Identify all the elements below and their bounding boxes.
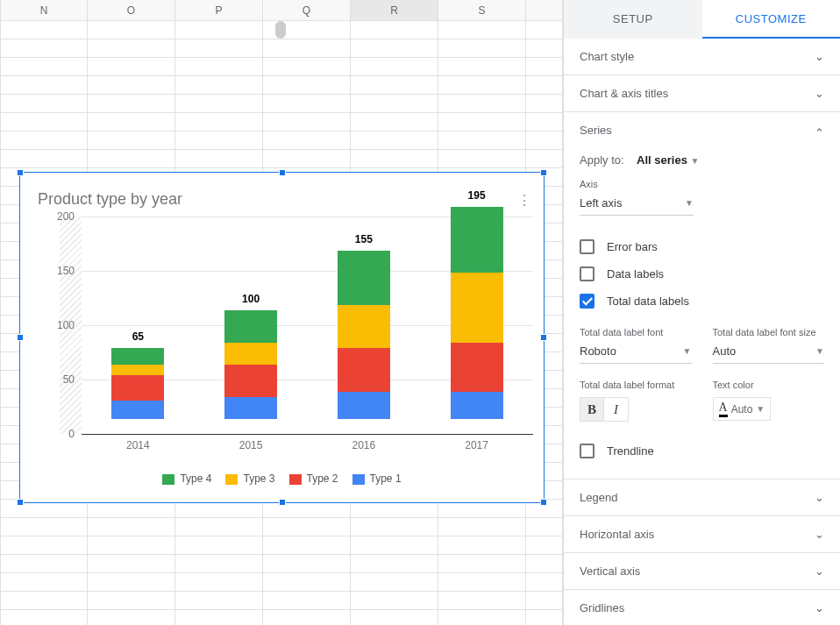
font-size-field: Total data label font size Auto ▼ — [713, 327, 825, 364]
dropdown-arrow-icon: ▼ — [815, 346, 824, 356]
column-header-O[interactable]: O — [88, 0, 175, 20]
chevron-down-icon: ⌄ — [815, 50, 824, 63]
bar-2017[interactable]: 195 — [451, 207, 503, 419]
y-axis-tick: 50 — [63, 373, 75, 386]
bar-segment-Type-3 — [111, 365, 164, 375]
resize-handle-tc[interactable] — [279, 169, 286, 176]
axis-field: Axis Left axis ▼ — [580, 179, 824, 216]
column-header-Q[interactable]: Q — [263, 0, 351, 20]
legend-item-Type-1[interactable]: Type 1 — [352, 472, 402, 485]
legend-item-Type-3[interactable]: Type 3 — [225, 472, 274, 485]
dropdown-arrow-icon: ▼ — [756, 404, 765, 414]
chevron-down-icon: ⌄ — [815, 601, 824, 614]
bar-segment-Type-3 — [451, 273, 503, 344]
font-dropdown[interactable]: Roboto ▼ — [580, 341, 692, 364]
axis-label: Axis — [580, 179, 824, 189]
total-data-label: 100 — [242, 293, 260, 305]
resize-handle-ml[interactable] — [17, 334, 24, 341]
tab-setup[interactable]: SETUP — [564, 0, 702, 39]
checkbox-checked-icon — [580, 294, 594, 309]
text-color-dropdown[interactable]: A Auto ▼ — [713, 397, 772, 421]
chart-title[interactable]: Product type by year — [29, 181, 535, 209]
section-horizontal-axis[interactable]: Horizontal axis ⌄ — [564, 516, 840, 553]
bar-segment-Type-2 — [224, 365, 277, 397]
tab-customize[interactable]: CUSTOMIZE — [702, 0, 841, 39]
section-label: Vertical axis — [580, 565, 640, 578]
chevron-up-icon: ⌃ — [815, 126, 824, 139]
section-label: Chart style — [580, 50, 634, 63]
section-chart-style[interactable]: Chart style ⌄ — [564, 39, 840, 75]
legend-swatch-icon — [352, 474, 365, 485]
format-field: Total data label format B I — [580, 380, 692, 422]
total-data-labels-check[interactable]: Total data labels — [580, 288, 824, 315]
chart-object[interactable]: Product type by year ⋮ 05010015020065100… — [19, 172, 545, 503]
section-vertical-axis[interactable]: Vertical axis ⌄ — [564, 553, 840, 590]
axis-dropdown[interactable]: Left axis ▼ — [580, 193, 694, 216]
chevron-down-icon: ⌄ — [815, 87, 824, 100]
section-gridlines[interactable]: Gridlines ⌄ — [564, 590, 840, 625]
column-header-N[interactable]: N — [0, 0, 88, 20]
y-axis-tick: 100 — [57, 319, 75, 331]
column-header-R[interactable]: R — [351, 0, 438, 20]
sidebar-tabs: SETUP CUSTOMIZE — [564, 0, 840, 39]
resize-handle-br[interactable] — [540, 499, 547, 506]
dropdown-arrow-icon: ▼ — [683, 346, 692, 356]
y-axis-tick: 150 — [57, 265, 75, 277]
section-label: Chart & axis titles — [580, 87, 668, 100]
legend-swatch-icon — [225, 474, 238, 485]
italic-button[interactable]: I — [604, 397, 629, 422]
section-chart-axis-titles[interactable]: Chart & axis titles ⌄ — [564, 75, 840, 112]
resize-handle-bc[interactable] — [279, 499, 286, 506]
bar-2014[interactable]: 65 — [111, 348, 164, 419]
section-label: Series — [580, 124, 612, 137]
bold-button[interactable]: B — [580, 397, 604, 422]
chart-canvas: Product type by year ⋮ 05010015020065100… — [29, 181, 535, 494]
resize-handle-bl[interactable] — [17, 499, 24, 506]
section-series-header[interactable]: Series ⌃ — [564, 112, 840, 148]
bar-segment-Type-2 — [111, 375, 164, 401]
trendline-check[interactable]: Trendline — [580, 437, 824, 465]
column-header-partial[interactable] — [526, 0, 563, 20]
section-label: Horizontal axis — [580, 528, 654, 541]
section-label: Legend — [580, 491, 617, 504]
x-axis-tick: 2016 — [352, 439, 376, 451]
y-axis-tick: 0 — [68, 428, 75, 440]
bar-2015[interactable]: 100 — [224, 310, 277, 419]
resize-handle-tl[interactable] — [17, 169, 24, 176]
apply-to-dropdown[interactable]: All series ▼ — [637, 153, 699, 167]
error-bars-check[interactable]: Error bars — [580, 233, 824, 260]
text-color-field: Text color A Auto ▼ — [713, 380, 825, 422]
x-axis-tick: 2014 — [126, 439, 150, 451]
legend-swatch-icon — [162, 474, 174, 485]
bar-2016[interactable]: 155 — [338, 251, 390, 419]
column-header-row: NOPQRS — [0, 0, 563, 21]
legend-item-Type-4[interactable]: Type 4 — [162, 472, 211, 485]
checkbox-icon — [580, 239, 594, 254]
y-axis-tick: 200 — [57, 210, 75, 223]
bar-segment-Type-1 — [224, 397, 277, 419]
resize-handle-mr[interactable] — [540, 334, 547, 341]
column-header-S[interactable]: S — [438, 0, 526, 20]
bar-segment-Type-3 — [338, 305, 390, 349]
dropdown-arrow-icon: ▼ — [685, 198, 694, 208]
section-legend[interactable]: Legend ⌄ — [564, 479, 840, 516]
bar-segment-Type-4 — [451, 207, 503, 272]
dropdown-arrow-icon: ▼ — [691, 156, 700, 166]
data-labels-check[interactable]: Data labels — [580, 260, 824, 288]
legend-item-Type-2[interactable]: Type 2 — [289, 472, 338, 485]
total-data-label: 195 — [468, 189, 486, 202]
apply-to-label: Apply to: — [580, 153, 624, 167]
bar-segment-Type-2 — [451, 343, 503, 392]
bar-segment-Type-4 — [111, 348, 164, 365]
chevron-down-icon: ⌄ — [815, 491, 824, 504]
column-header-P[interactable]: P — [175, 0, 263, 20]
bar-segment-Type-4 — [224, 310, 277, 343]
vertical-scrollbar-thumb[interactable] — [275, 21, 286, 39]
chart-menu-icon[interactable]: ⋮ — [514, 188, 535, 212]
spreadsheet-area: NOPQRS Product type by year ⋮ 0501001502… — [0, 0, 563, 625]
resize-handle-tr[interactable] — [540, 169, 547, 176]
bar-segment-Type-1 — [451, 392, 503, 419]
chart-legend: Type 4Type 3Type 2Type 1 — [29, 472, 535, 485]
bar-segment-Type-1 — [111, 401, 164, 419]
font-size-dropdown[interactable]: Auto ▼ — [713, 341, 825, 364]
